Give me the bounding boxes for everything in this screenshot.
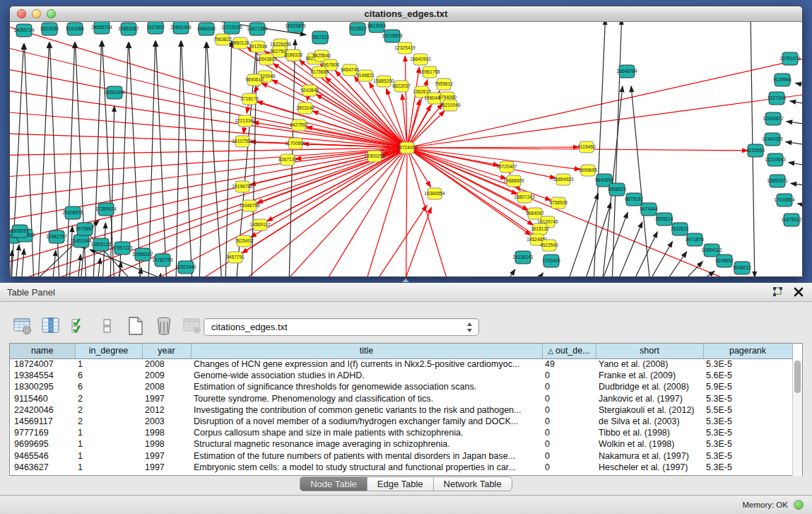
graph-edge[interactable] xyxy=(176,41,181,276)
graph-node[interactable]: 16033809 xyxy=(285,22,306,33)
select-rows-button[interactable] xyxy=(69,316,89,336)
graph-node[interactable]: 1527602 xyxy=(146,22,165,34)
table-cell[interactable]: 1 xyxy=(75,358,142,370)
graph-edge[interactable] xyxy=(534,273,543,276)
table-cell[interactable]: Dudbridge et al. (2008) xyxy=(596,381,703,392)
table-cell[interactable]: 2 xyxy=(75,404,142,416)
table-header-row[interactable]: namein_degreeyeartitle△out_de...shortpag… xyxy=(10,344,792,358)
new-table-button[interactable] xyxy=(126,316,146,336)
graph-node[interactable]: 8175685 xyxy=(310,66,329,78)
table-settings-button[interactable] xyxy=(13,316,33,336)
graph-node[interactable]: 7955812 xyxy=(435,78,453,90)
graph-node[interactable]: 11700660 xyxy=(286,138,306,149)
table-cell[interactable]: 5.5E-5 xyxy=(703,404,792,416)
table-cell[interactable]: 2 xyxy=(75,393,142,404)
table-row[interactable]: 1938455462009Genome-wide association stu… xyxy=(10,370,792,381)
graph-edge[interactable] xyxy=(796,83,802,86)
graph-edge[interactable] xyxy=(407,45,802,148)
graph-edge[interactable] xyxy=(312,111,407,148)
graph-node[interactable]: 12325419 xyxy=(394,42,416,54)
graph-node[interactable]: 2718176 xyxy=(240,93,259,105)
table-cell[interactable]: 49 xyxy=(542,358,596,370)
graph-edge[interactable] xyxy=(98,258,100,276)
graph-edge[interactable] xyxy=(786,142,802,145)
table-cell[interactable]: Genome-wide association studies in ADHD. xyxy=(191,370,542,381)
table-cell[interactable]: 5.3E-5 xyxy=(703,427,792,438)
delete-values-trash-button[interactable] xyxy=(154,316,174,336)
table-row[interactable]: 1830029562008Estimation of significance … xyxy=(10,381,792,392)
graph-edge[interactable] xyxy=(505,269,515,276)
graph-node[interactable]: 2935114 xyxy=(655,213,673,226)
row-height-button[interactable] xyxy=(98,316,117,336)
graph-node[interactable]: 6466160 xyxy=(197,23,216,35)
column-header-short[interactable]: short xyxy=(596,344,703,358)
tab-network-table[interactable]: Network Table xyxy=(434,477,512,491)
graph-edge[interactable] xyxy=(664,252,687,276)
graph-node[interactable]: 11675312 xyxy=(782,214,802,226)
graph-edge[interactable] xyxy=(110,106,114,276)
graph-node[interactable]: 8505051 xyxy=(11,225,29,238)
table-cell[interactable]: Estimation of the future numbers of pati… xyxy=(191,450,542,462)
table-cell[interactable]: 1998 xyxy=(142,438,191,450)
graph-edge[interactable] xyxy=(207,42,222,276)
table-cell[interactable]: 0 xyxy=(542,393,596,404)
graph-node[interactable]: 9474444 xyxy=(640,203,658,216)
graph-node[interactable]: 6879197 xyxy=(625,193,643,206)
node-attribute-table[interactable]: namein_degreeyeartitle△out_de...shortpag… xyxy=(9,343,803,476)
table-cell[interactable]: 14569117 xyxy=(10,416,75,427)
graph-node[interactable]: 7857223 xyxy=(311,31,329,44)
graph-edge[interactable] xyxy=(616,222,642,276)
graph-node[interactable]: 17016504 xyxy=(774,194,795,206)
table-tabs-segmented-control[interactable]: Node TableEdge TableNetwork Table xyxy=(300,477,512,491)
table-cell[interactable]: Jankovic et al. (1997) xyxy=(596,393,703,404)
table-cell[interactable]: 0 xyxy=(542,416,596,427)
graph-edge[interactable] xyxy=(297,148,407,276)
table-cell[interactable]: 2012 xyxy=(142,404,191,416)
graph-node[interactable]: 7963822 xyxy=(213,34,232,45)
graph-node[interactable]: 10958167 xyxy=(132,248,153,261)
graph-node[interactable]: 15751074 xyxy=(779,52,801,65)
table-cell[interactable]: 1998 xyxy=(142,427,191,438)
table-cell[interactable]: 0 xyxy=(542,370,596,381)
table-cell[interactable]: 0 xyxy=(542,381,596,392)
graph-edge[interactable] xyxy=(798,204,802,206)
graph-node[interactable]: 16961758 xyxy=(419,66,440,78)
table-cell[interactable]: 2003 xyxy=(142,416,191,427)
table-cell[interactable]: 1 xyxy=(75,450,142,462)
graph-node[interactable]: 16648784 xyxy=(616,65,637,78)
graph-node[interactable]: 9146821 xyxy=(356,70,375,81)
graph-node[interactable]: 16782759 xyxy=(152,254,173,267)
table-cell[interactable]: 22420046 xyxy=(10,404,75,416)
table-cell[interactable]: 0 xyxy=(542,438,596,450)
graph-edge[interactable] xyxy=(384,207,431,276)
table-cell[interactable]: 5.9E-5 xyxy=(703,381,792,392)
table-cell[interactable]: 5.3E-5 xyxy=(703,438,792,450)
graph-node[interactable]: 8471876 xyxy=(686,233,704,246)
table-cell[interactable]: 2 xyxy=(75,416,142,427)
graph-node[interactable]: 8427552 xyxy=(290,119,308,131)
graph-node[interactable]: 17957223 xyxy=(112,242,133,255)
column-header-year[interactable]: year xyxy=(142,344,191,358)
table-cell[interactable]: Investigating the contribution of common… xyxy=(191,404,542,416)
graph-node[interactable]: 8860128 xyxy=(231,37,249,49)
column-header-name[interactable]: name xyxy=(10,344,75,358)
graph-node[interactable]: 19218506 xyxy=(382,30,403,42)
close-panel-button[interactable] xyxy=(792,286,805,298)
table-cell[interactable]: 9115460 xyxy=(10,393,75,404)
column-header-in_degree[interactable]: in_degree xyxy=(75,344,142,358)
graph-edge[interactable] xyxy=(787,122,802,124)
table-cell[interactable]: 9699695 xyxy=(10,438,75,450)
graph-node[interactable]: 15720407 xyxy=(496,161,517,173)
table-row[interactable]: 911546021997Tourette syndrome. Phenomeno… xyxy=(10,393,792,404)
graph-edge[interactable] xyxy=(567,193,598,276)
graph-edge[interactable] xyxy=(695,271,714,276)
panel-splitter-handle[interactable] xyxy=(402,279,409,282)
graph-node[interactable]: 12444159 xyxy=(762,133,783,146)
table-cell[interactable]: 9465546 xyxy=(10,450,75,462)
graph-node[interactable]: 7825402 xyxy=(235,235,253,247)
table-cell[interactable]: Corpus callosum shape and size in male p… xyxy=(191,427,542,438)
graph-node[interactable]: 7632621 xyxy=(671,223,689,235)
graph-node[interactable]: 16654923 xyxy=(553,174,574,185)
table-cell[interactable]: 0 xyxy=(542,462,596,473)
table-scrollbar-thumb[interactable] xyxy=(794,361,801,393)
